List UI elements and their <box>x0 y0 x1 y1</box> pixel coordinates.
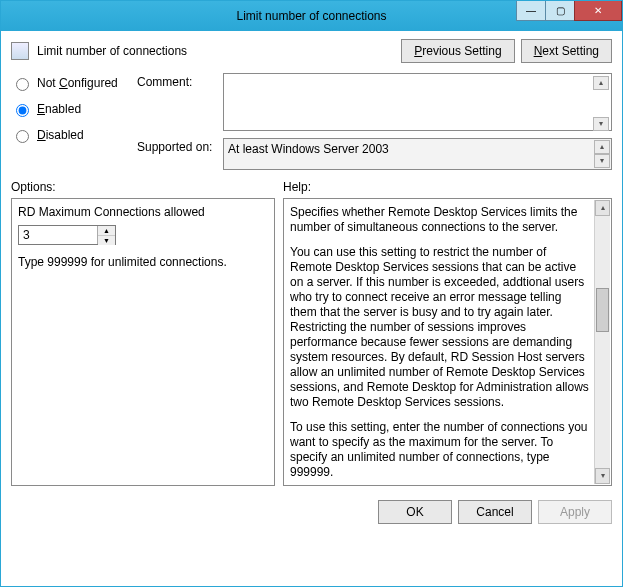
maximize-button[interactable]: ▢ <box>545 1 575 21</box>
ok-button[interactable]: OK <box>378 500 452 524</box>
policy-icon <box>11 42 29 60</box>
close-button[interactable]: ✕ <box>574 1 622 21</box>
help-p2: You can use this setting to restrict the… <box>290 245 591 410</box>
next-setting-button[interactable]: Next Setting <box>521 39 612 63</box>
supported-scrollbar[interactable]: ▴ ▾ <box>594 140 610 168</box>
previous-setting-button[interactable]: Previous Setting <box>401 39 514 63</box>
scroll-track[interactable] <box>595 216 610 468</box>
help-panel: Specifies whether Remote Desktop Service… <box>283 198 612 486</box>
config-grid: Not Configured Enabled Disabled Comment:… <box>11 73 612 170</box>
comment-scrollbar[interactable]: ▴ ▾ <box>593 76 609 131</box>
title-bar: Limit number of connections — ▢ ✕ <box>1 1 622 31</box>
minimize-button[interactable]: — <box>516 1 546 21</box>
window-controls: — ▢ ✕ <box>517 1 622 31</box>
panels: RD Maximum Connections allowed ▲ ▼ Type … <box>11 198 612 486</box>
state-radio-group: Not Configured Enabled Disabled <box>11 73 131 143</box>
scroll-up-icon[interactable]: ▴ <box>595 200 610 216</box>
options-label: Options: <box>11 180 283 194</box>
spinner-up-icon[interactable]: ▲ <box>98 226 115 236</box>
apply-button[interactable]: Apply <box>538 500 612 524</box>
help-scrollbar[interactable]: ▴ ▾ <box>594 200 610 484</box>
policy-title: Limit number of connections <box>37 44 187 58</box>
radio-not-configured-input[interactable] <box>16 78 29 91</box>
scroll-down-icon[interactable]: ▾ <box>594 154 610 168</box>
max-connections-input[interactable] <box>19 226 97 244</box>
section-labels: Options: Help: <box>11 180 612 194</box>
options-panel: RD Maximum Connections allowed ▲ ▼ Type … <box>11 198 275 486</box>
comment-label: Comment: <box>137 73 217 89</box>
max-connections-label: RD Maximum Connections allowed <box>18 205 268 219</box>
max-connections-spinner[interactable]: ▲ ▼ <box>18 225 116 245</box>
help-p3: To use this setting, enter the number of… <box>290 420 591 480</box>
help-label: Help: <box>283 180 311 194</box>
help-p1: Specifies whether Remote Desktop Service… <box>290 205 591 235</box>
content-area: Limit number of connections Previous Set… <box>1 31 622 490</box>
scroll-up-icon[interactable]: ▴ <box>593 76 609 90</box>
radio-not-configured[interactable]: Not Configured <box>11 75 131 91</box>
supported-on-field: At least Windows Server 2003 ▴ ▾ <box>223 138 612 170</box>
radio-disabled[interactable]: Disabled <box>11 127 131 143</box>
options-hint: Type 999999 for unlimited connections. <box>18 255 268 269</box>
supported-on-value: At least Windows Server 2003 <box>228 142 389 156</box>
help-text: Specifies whether Remote Desktop Service… <box>290 205 591 486</box>
scroll-thumb[interactable] <box>596 288 609 332</box>
scroll-down-icon[interactable]: ▾ <box>595 468 610 484</box>
supported-on-label: Supported on: <box>137 138 217 154</box>
scroll-down-icon[interactable]: ▾ <box>593 117 609 131</box>
radio-disabled-input[interactable] <box>16 130 29 143</box>
header-row: Limit number of connections Previous Set… <box>11 39 612 63</box>
radio-enabled-input[interactable] <box>16 104 29 117</box>
radio-enabled[interactable]: Enabled <box>11 101 131 117</box>
cancel-button[interactable]: Cancel <box>458 500 532 524</box>
spinner-down-icon[interactable]: ▼ <box>98 236 115 245</box>
footer-buttons: OK Cancel Apply <box>1 490 622 532</box>
app-icon <box>9 8 25 24</box>
spinner-buttons: ▲ ▼ <box>97 226 115 244</box>
comment-field[interactable] <box>223 73 612 131</box>
nav-buttons: Previous Setting Next Setting <box>401 39 612 63</box>
scroll-up-icon[interactable]: ▴ <box>594 140 610 154</box>
